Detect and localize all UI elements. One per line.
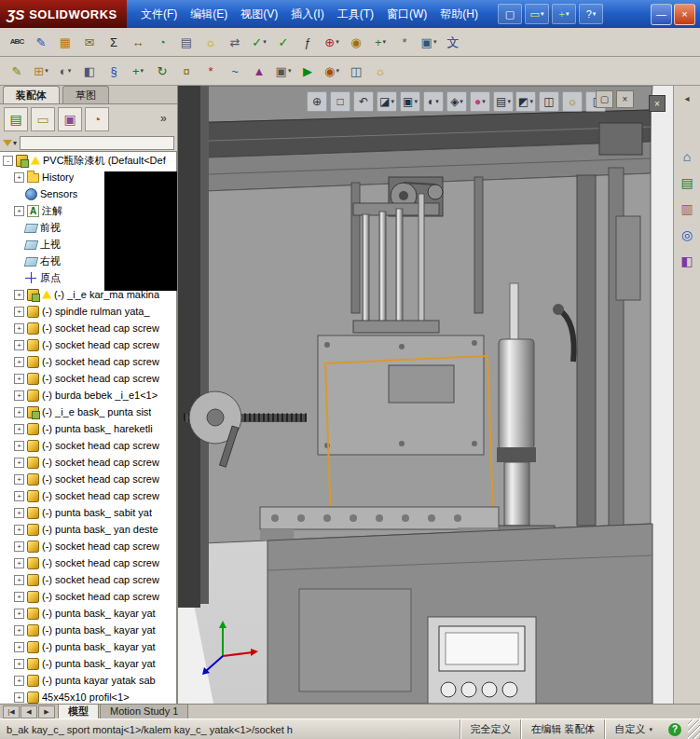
- tree-expander[interactable]: +: [14, 659, 24, 669]
- menu-item[interactable]: 工具(T): [331, 0, 380, 28]
- featuremanager-tree-tab[interactable]: ▤: [4, 107, 28, 131]
- tab-sketch[interactable]: 草图: [62, 86, 109, 103]
- tree-item[interactable]: + (-) socket head cap screw: [0, 588, 176, 605]
- statistics-icon[interactable]: ƒ ▾: [296, 31, 319, 53]
- menu-item[interactable]: 插入(I): [284, 0, 330, 28]
- design-library-icon[interactable]: ▤: [677, 172, 697, 193]
- equations-icon[interactable]: Σ ▾: [103, 31, 125, 53]
- filter-dropdown-icon[interactable]: ▾: [13, 139, 17, 147]
- search-icon[interactable]: ◎: [677, 225, 697, 245]
- deviation-icon[interactable]: ▣ ▾: [418, 31, 440, 53]
- tree-expander[interactable]: +: [14, 508, 24, 518]
- close-button[interactable]: ×: [674, 4, 695, 25]
- physical-simulation-icon[interactable]: ◉ ▾: [321, 60, 343, 82]
- options-gear-icon[interactable]: * ▾: [393, 31, 416, 53]
- scene-light-icon[interactable]: ☼ ▾: [369, 60, 391, 82]
- tree-expander[interactable]: +: [14, 390, 24, 401]
- tree-item[interactable]: + (-) socket head cap screw: [0, 454, 176, 471]
- open-document-icon[interactable]: ▭ ▾: [525, 4, 549, 24]
- tree-item[interactable]: + (-) punta bask_ kayar yat: [0, 655, 176, 672]
- 3d-scene[interactable]: [178, 86, 673, 704]
- scene-lights-icon[interactable]: ☼ ▾: [562, 91, 583, 112]
- prev-tab-button[interactable]: ◀: [21, 705, 37, 718]
- motion-study-icon[interactable]: ▶ ▾: [296, 60, 319, 82]
- insert-component-icon[interactable]: ⊞ ▾: [30, 60, 52, 82]
- exploded-view-icon[interactable]: * ▾: [199, 60, 222, 82]
- view-settings-icon[interactable]: ◩ ▾: [515, 91, 536, 112]
- tree-expander[interactable]: +: [14, 692, 24, 703]
- tree-expander[interactable]: +: [14, 357, 24, 367]
- move-component-icon[interactable]: + ▾: [127, 60, 149, 82]
- graphics-viewport[interactable]: ⊕ ▾ □ ▾ ↶ ▾ ◪ ▾ ▣: [177, 86, 673, 704]
- tree-expander[interactable]: +: [14, 340, 24, 350]
- reorder-icon[interactable]: ⇄ ▾: [224, 31, 246, 53]
- tree-expander[interactable]: +: [14, 323, 24, 334]
- tree-expander[interactable]: +: [14, 441, 24, 451]
- tab-assembly[interactable]: 装配体: [3, 86, 60, 103]
- hide-component-icon[interactable]: ◐ ▾: [54, 60, 76, 82]
- rotate-component-icon[interactable]: ↻ ▾: [151, 60, 173, 82]
- tree-expander[interactable]: +: [14, 424, 24, 434]
- menu-item[interactable]: 视图(V): [234, 0, 284, 28]
- dimxpert-tab[interactable]: ◔: [85, 107, 109, 131]
- tree-item[interactable]: + (-) socket head cap screw: [0, 353, 176, 370]
- tree-expander[interactable]: +: [14, 290, 24, 300]
- control-panel[interactable]: [428, 617, 536, 704]
- minimize-button[interactable]: —: [651, 4, 672, 25]
- tree-expander[interactable]: +: [14, 558, 24, 568]
- assembly-features-icon[interactable]: ▣ ▾: [272, 60, 295, 82]
- menu-item[interactable]: 编辑(E): [184, 0, 234, 28]
- camera-icon[interactable]: ◫ ▾: [539, 91, 559, 112]
- close-pane-button[interactable]: ×: [649, 95, 666, 112]
- tree-item[interactable]: + (-) socket head cap screw: [0, 538, 176, 554]
- mass-properties-icon[interactable]: ◔ ▾: [151, 31, 173, 53]
- new-document-icon[interactable]: ▢ ▾: [498, 4, 522, 24]
- tree-expander[interactable]: +: [14, 407, 24, 417]
- file-explorer-icon[interactable]: ▥: [677, 198, 697, 219]
- tab-motion-study[interactable]: Motion Study 1: [100, 704, 188, 718]
- previous-view-icon[interactable]: ↶ ▾: [353, 91, 374, 112]
- publish-edrawing-icon[interactable]: ✉ ▾: [78, 31, 101, 53]
- smart-fasteners-icon[interactable]: ¤ ▾: [175, 60, 198, 82]
- tree-item[interactable]: + (-) socket head cap screw: [0, 571, 176, 588]
- panel-overflow-chevron[interactable]: »: [160, 112, 167, 125]
- tree-expander[interactable]: +: [14, 206, 24, 216]
- zoom-fit-icon[interactable]: ⊕ ▾: [307, 91, 327, 112]
- propertymanager-tab[interactable]: ▭: [31, 107, 55, 131]
- tree-expander[interactable]: +: [14, 625, 24, 636]
- simulation-icon[interactable]: ⊕ ▾: [321, 31, 343, 53]
- section-view-icon[interactable]: ◪ ▾: [377, 91, 397, 112]
- status-custom-dropdown[interactable]: 自定义 ▾: [604, 719, 662, 739]
- resize-grip[interactable]: [688, 719, 700, 739]
- camera-view-icon[interactable]: ◫ ▾: [345, 60, 367, 82]
- tree-expander[interactable]: +: [14, 676, 24, 686]
- move-face-icon[interactable]: + ▾: [369, 31, 391, 53]
- first-tab-button[interactable]: |◀: [3, 705, 20, 718]
- explode-lines-icon[interactable]: ~ ▾: [224, 60, 246, 82]
- interference-detection-icon[interactable]: ▲ ▾: [248, 60, 270, 82]
- sensor-icon[interactable]: ◉ ▾: [345, 31, 367, 53]
- section-properties-icon[interactable]: ▤ ▾: [175, 31, 198, 53]
- edit-component-icon[interactable]: ✎ ▾: [6, 60, 28, 82]
- tree-expander[interactable]: +: [14, 642, 24, 652]
- design-check-icon[interactable]: ✓ ▾: [248, 31, 270, 53]
- restore-document-button[interactable]: ▢: [596, 90, 613, 108]
- menu-item[interactable]: 文件(F): [134, 0, 184, 28]
- tree-item[interactable]: + (-) punta kayar yatak sab: [0, 672, 176, 689]
- tree-item[interactable]: + (-) socket head cap screw: [0, 471, 176, 487]
- tree-item[interactable]: + (-) punta bask_ sabit yat: [0, 504, 176, 521]
- tree-item[interactable]: + (-) burda bebek _i_e1<1>: [0, 387, 176, 404]
- tab-model[interactable]: 模型: [58, 704, 99, 718]
- menu-item[interactable]: 帮助(H): [433, 0, 485, 28]
- spell-check-icon[interactable]: ABC ▾: [6, 31, 28, 53]
- tree-item[interactable]: + (-) socket head cap screw: [0, 487, 176, 504]
- verify-sketch-icon[interactable]: ✓ ▾: [272, 31, 295, 53]
- tree-item[interactable]: + (-) punta bask_ kayar yat: [0, 622, 176, 638]
- view-orientation-icon[interactable]: ▣ ▾: [400, 91, 420, 112]
- tree-expander[interactable]: +: [14, 307, 24, 317]
- tree-expander[interactable]: -: [3, 156, 13, 166]
- tree-expander[interactable]: +: [14, 491, 24, 501]
- tree-expander[interactable]: +: [14, 374, 24, 384]
- tree-item[interactable]: + 45x45x10 profil<1>: [0, 689, 176, 704]
- edit-appearance-icon[interactable]: ● ▾: [470, 91, 490, 112]
